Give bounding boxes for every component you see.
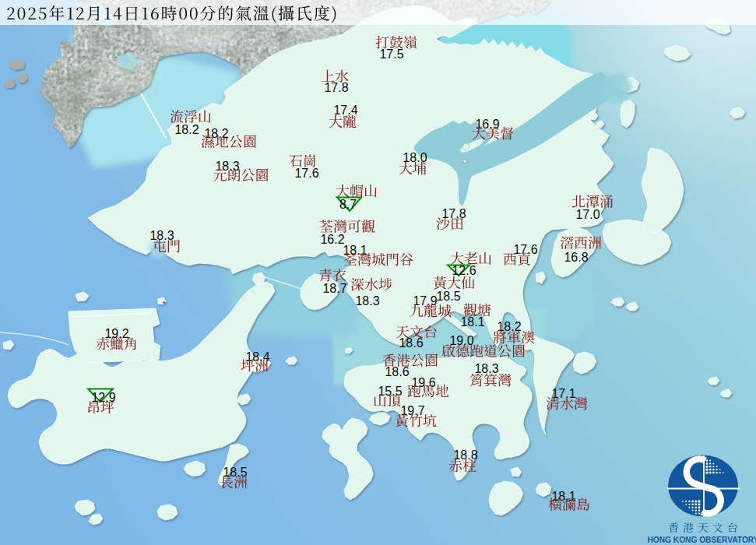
svg-text:19.2: 19.2 <box>104 327 128 340</box>
svg-text:18.2: 18.2 <box>204 127 228 140</box>
svg-text:16.2: 16.2 <box>320 233 344 246</box>
svg-text:17.4: 17.4 <box>333 104 357 117</box>
svg-text:18.5: 18.5 <box>436 290 460 303</box>
svg-text:17.1: 17.1 <box>551 387 575 400</box>
svg-text:HONG KONG OBSERVATORY: HONG KONG OBSERVATORY <box>647 536 756 544</box>
svg-text:17.8: 17.8 <box>324 81 348 94</box>
svg-text:18.0: 18.0 <box>403 151 427 164</box>
svg-text:18.1: 18.1 <box>460 315 484 329</box>
svg-text:18.7: 18.7 <box>322 282 346 295</box>
svg-text:18.3: 18.3 <box>215 160 239 173</box>
svg-text:18.2: 18.2 <box>497 320 521 333</box>
svg-text:8.7: 8.7 <box>339 198 357 211</box>
svg-text:18.6: 18.6 <box>399 336 423 350</box>
svg-text:16.8: 16.8 <box>564 251 588 264</box>
svg-text:18.3: 18.3 <box>149 229 174 242</box>
svg-text:17.5: 17.5 <box>379 47 403 61</box>
svg-text:18.3: 18.3 <box>355 294 379 308</box>
svg-text:18.2: 18.2 <box>174 123 199 136</box>
svg-text:17.0: 17.0 <box>575 208 600 221</box>
svg-text:18.3: 18.3 <box>474 362 498 375</box>
svg-text:18.6: 18.6 <box>385 365 409 378</box>
svg-text:17.9: 17.9 <box>413 294 437 308</box>
svg-text:19.0: 19.0 <box>449 334 473 347</box>
svg-text:17.6: 17.6 <box>294 167 318 180</box>
svg-text:12.6: 12.6 <box>452 264 476 277</box>
